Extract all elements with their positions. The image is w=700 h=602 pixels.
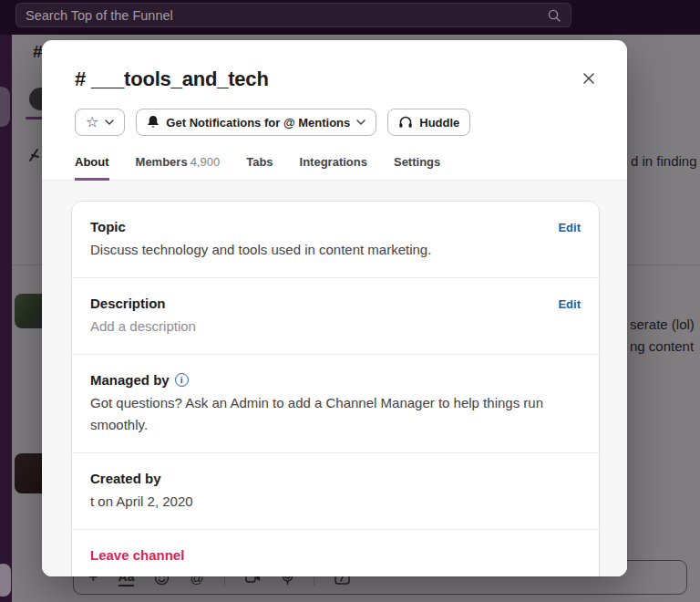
top-bar — [0, 0, 700, 35]
about-card: Topic Edit Discuss technology and tools … — [71, 201, 600, 576]
notifications-button[interactable]: Get Notifications for @ Mentions — [136, 109, 376, 136]
star-channel-button[interactable]: ☆ — [75, 109, 125, 136]
workspace-rail-tab[interactable] — [0, 87, 10, 127]
members-count: 4,900 — [190, 155, 221, 169]
search-icon — [547, 8, 561, 23]
modal-body: Topic Edit Discuss technology and tools … — [42, 181, 627, 576]
info-icon[interactable]: i — [175, 373, 189, 387]
huddle-button-label: Huddle — [419, 116, 459, 130]
topic-section: Topic Edit Discuss technology and tools … — [72, 202, 599, 277]
topic-value: Discuss technology and tools used in con… — [90, 239, 581, 261]
chevron-down-icon — [105, 119, 114, 125]
bell-icon — [147, 115, 160, 130]
workspace-rail-bottom-button[interactable] — [0, 564, 11, 597]
star-icon: ☆ — [86, 115, 98, 130]
created-by-value: t on April 2, 2020 — [90, 491, 581, 513]
modal-title: # ___tools_and_tech — [75, 66, 269, 93]
created-by-label: Created by — [90, 471, 161, 486]
tab-about[interactable]: About — [75, 155, 109, 181]
managed-by-section: Managed by i Got questions? Ask an Admin… — [72, 354, 599, 452]
search-input[interactable] — [26, 8, 547, 23]
headphones-icon — [398, 116, 413, 129]
description-section: Description Edit Add a description — [72, 277, 599, 354]
workspace-rail — [0, 35, 12, 602]
close-icon — [581, 70, 597, 87]
modal-tabs: About Members4,900 Tabs Integrations Set… — [42, 136, 627, 181]
search-bar[interactable] — [15, 3, 571, 27]
description-placeholder: Add a description — [90, 316, 581, 337]
description-edit-link[interactable]: Edit — [558, 297, 581, 311]
tab-integrations[interactable]: Integrations — [300, 155, 367, 180]
close-button[interactable] — [572, 62, 605, 95]
leave-channel-section: Leave channel — [72, 529, 599, 576]
topic-edit-link[interactable]: Edit — [558, 221, 581, 234]
modal-header: # ___tools_and_tech — [42, 40, 627, 95]
tab-members[interactable]: Members4,900 — [136, 155, 221, 180]
tab-tabs[interactable]: Tabs — [246, 155, 273, 180]
chevron-down-icon — [356, 119, 365, 125]
managed-by-value: Got questions? Ask an Admin to add a Cha… — [90, 392, 581, 436]
channel-details-modal: # ___tools_and_tech ☆ Get Notifications … — [42, 40, 627, 576]
topic-label: Topic — [90, 219, 126, 234]
notifications-button-label: Get Notifications for @ Mentions — [166, 116, 350, 130]
huddle-button[interactable]: Huddle — [387, 109, 470, 136]
tab-settings[interactable]: Settings — [394, 155, 440, 180]
leave-channel-button[interactable]: Leave channel — [90, 547, 184, 563]
description-label: Description — [90, 296, 166, 311]
modal-actions: ☆ Get Notifications for @ Mentions Huddl… — [42, 95, 627, 136]
created-by-section: Created by t on April 2, 2020 — [72, 452, 599, 529]
managed-by-label: Managed by i — [90, 372, 189, 388]
